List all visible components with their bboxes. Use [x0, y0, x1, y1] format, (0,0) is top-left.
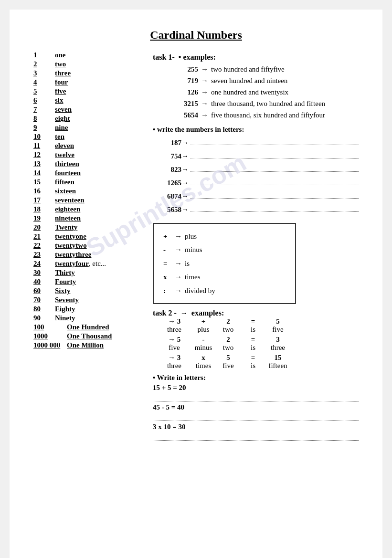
- op-arrow: →: [175, 243, 182, 257]
- number-word: five: [55, 87, 66, 95]
- math-words-row: fiveminustwoisthree: [158, 344, 359, 352]
- write-item: 6874 →: [153, 190, 359, 202]
- number-word: Twenty: [55, 223, 77, 232]
- example-item: 719 → seven hundred and ninteen: [153, 75, 359, 86]
- write-equation-item: 15 + 5 = 20: [153, 384, 359, 401]
- arrow-icon: →: [201, 109, 208, 121]
- number-numeral: 14: [33, 169, 55, 177]
- list-item: 17seventeen: [33, 196, 143, 204]
- example-number: 5654: [172, 109, 198, 121]
- op-word: divided by: [185, 284, 215, 298]
- list-item: 23twentythree: [33, 251, 143, 259]
- example-text: two hundred and fiftyfive: [211, 63, 285, 75]
- list-item: 15fifteen: [33, 178, 143, 186]
- number-word: fifteen: [55, 178, 74, 186]
- number-numeral: 1: [33, 51, 55, 59]
- task1-examples: 255 → two hundred and fiftyfive719 → sev…: [153, 63, 359, 121]
- example-text: three thousand, two hundred and fifteen: [211, 98, 325, 109]
- number-numeral: 12: [33, 151, 55, 159]
- number-numeral: 19: [33, 214, 55, 222]
- number-word: twentyone: [55, 232, 86, 241]
- task2-write-label: • Write in letters:: [153, 374, 206, 381]
- math-cell: -: [191, 336, 216, 344]
- write-item: 5658 →: [153, 204, 359, 215]
- number-numeral: 70: [33, 296, 55, 304]
- math-nums-row: → 3x5=15: [158, 354, 359, 362]
- op-symbol: +: [163, 230, 172, 243]
- number-word: one: [55, 51, 66, 59]
- list-item: 100One Hundred: [33, 323, 143, 331]
- math-nums-row: → 3+2=5: [158, 317, 359, 326]
- list-item: 18eighteen: [33, 205, 143, 213]
- task1-section: task 1- • examples: 255 → two hundred an…: [153, 51, 359, 215]
- number-word: One Million: [67, 341, 104, 349]
- math-word-cell: five: [265, 326, 290, 334]
- math-cell: → 3: [158, 354, 191, 362]
- example-text: one hundred and twentysix: [211, 86, 288, 98]
- task2-header: task 2 - → examples:: [153, 309, 359, 317]
- example-item: 126 → one hundred and twentysix: [153, 86, 359, 98]
- number-numeral: 1000 000: [33, 341, 67, 349]
- number-numeral: 2: [33, 60, 55, 68]
- math-cell: 3: [265, 336, 290, 344]
- task1-label: task 1-: [153, 51, 175, 63]
- list-item: 20Twenty: [33, 223, 143, 232]
- list-item: 12twelve: [33, 151, 143, 159]
- write-number: 187: [153, 137, 181, 148]
- number-numeral: 16: [33, 187, 55, 195]
- write-arrow: →: [181, 190, 189, 202]
- op-arrow: →: [175, 257, 182, 271]
- write-arrow: →: [181, 177, 189, 189]
- number-word: Seventy: [55, 296, 79, 304]
- number-word: twentythree: [55, 251, 91, 259]
- content-wrapper: 1one2two3three4four5five6six7seven8eight…: [33, 51, 359, 442]
- list-item: 22twentytwo: [33, 242, 143, 250]
- number-numeral: 80: [33, 305, 55, 313]
- operation-row: x → times: [163, 270, 286, 284]
- arrow-icon: →: [201, 98, 208, 109]
- number-numeral: 11: [33, 142, 55, 150]
- number-word: two: [55, 60, 66, 68]
- example-item: 255 → two hundred and fiftyfive: [153, 63, 359, 75]
- number-numeral: 90: [33, 314, 55, 322]
- example-number: 3215: [172, 98, 198, 109]
- task1-write-label: • write the numbers in letters:: [153, 124, 359, 135]
- list-item: 9nine: [33, 124, 143, 132]
- write-dots: [191, 198, 359, 199]
- number-numeral: 21: [33, 232, 55, 241]
- equation-text: 45 - 5 = 40: [153, 403, 359, 411]
- arrow-icon: →: [201, 63, 208, 75]
- right-column: task 1- • examples: 255 → two hundred an…: [143, 51, 359, 442]
- number-numeral: 30: [33, 269, 55, 277]
- write-number: 5658: [153, 204, 181, 215]
- number-word: Ninety: [55, 314, 75, 322]
- number-numeral: 18: [33, 205, 55, 213]
- math-cell: 5: [216, 354, 241, 362]
- arrow-icon: →: [201, 86, 208, 98]
- example-number: 126: [172, 86, 198, 98]
- math-cell: =: [241, 317, 265, 326]
- list-item: 80Eighty: [33, 305, 143, 313]
- math-cell: 2: [216, 336, 241, 344]
- number-word: Thirty: [55, 269, 75, 277]
- write-dots: [191, 171, 359, 172]
- list-item: 4four: [33, 78, 143, 86]
- math-words-row: threeplustwoisfive: [158, 326, 359, 334]
- equation-text: 3 x 10 = 30: [153, 423, 359, 431]
- math-word-cell: two: [216, 344, 241, 352]
- list-item: 30Thirty: [33, 269, 143, 277]
- op-symbol: -: [163, 243, 172, 257]
- number-word: four: [55, 78, 68, 86]
- math-cell: → 5: [158, 336, 191, 344]
- number-word: seven: [55, 105, 72, 114]
- math-word-cell: three: [265, 344, 290, 352]
- math-word-cell: three: [158, 362, 191, 370]
- list-item: 1one: [33, 51, 143, 59]
- math-word-cell: five: [216, 362, 241, 370]
- number-numeral: 10: [33, 133, 55, 141]
- number-numeral: 13: [33, 160, 55, 168]
- number-word: nine: [55, 124, 68, 132]
- number-word: sixteen: [55, 187, 76, 195]
- write-item: 1265 →: [153, 177, 359, 189]
- task2-section: task 2 - → examples: → 3+2=5threeplustwo…: [153, 309, 359, 441]
